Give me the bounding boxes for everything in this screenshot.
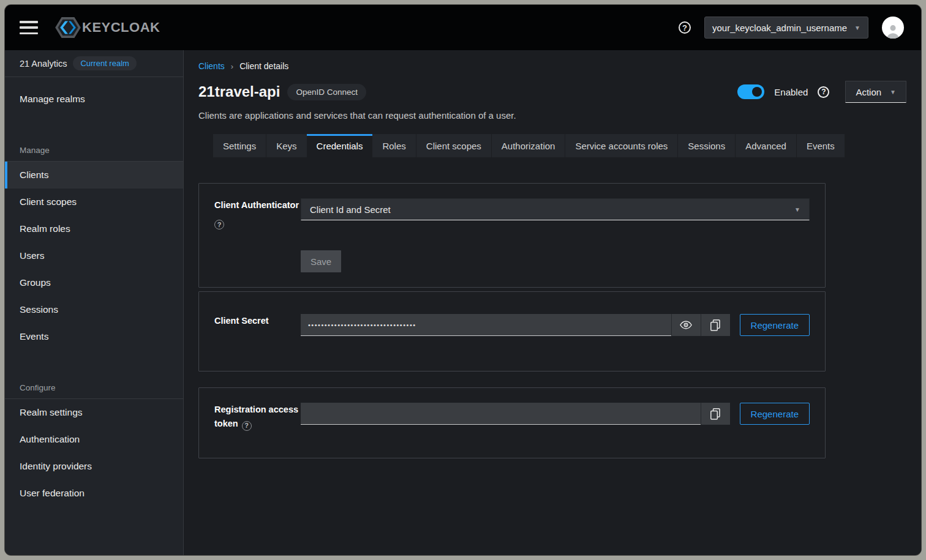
- credentials-panel: Client Authenticator ? Client Id and Sec…: [184, 157, 921, 555]
- client-secret-card: Client Secret: [198, 291, 826, 371]
- menu-icon[interactable]: [20, 21, 38, 34]
- sidebar-item-authentication[interactable]: Authentication: [5, 426, 183, 453]
- enabled-help-icon[interactable]: ?: [818, 86, 829, 98]
- help-icon[interactable]: ?: [679, 21, 691, 34]
- sidebar-item-client-scopes[interactable]: Client scopes: [5, 189, 183, 215]
- tab-client-scopes[interactable]: Client scopes: [416, 134, 491, 157]
- sidebar-item-realm-settings[interactable]: Realm settings: [5, 399, 183, 426]
- breadcrumb-clients-link[interactable]: Clients: [198, 61, 225, 71]
- tab-sessions[interactable]: Sessions: [677, 134, 735, 157]
- enabled-label: Enabled: [774, 87, 808, 97]
- avatar[interactable]: [882, 17, 904, 39]
- client-secret-input[interactable]: [301, 314, 671, 336]
- username-label: your_keycloak_admin_username: [712, 23, 847, 33]
- action-dropdown-button[interactable]: Action ▼: [845, 81, 906, 103]
- current-realm-badge: Current realm: [73, 56, 136, 70]
- page-title: 21travel-api: [198, 83, 280, 100]
- enabled-toggle[interactable]: [737, 84, 764, 99]
- chevron-down-icon: ▼: [854, 24, 860, 31]
- chevron-down-icon: ▼: [890, 89, 896, 95]
- tab-advanced[interactable]: Advanced: [735, 134, 796, 157]
- tab-bar: Settings Keys Credentials Roles Client s…: [213, 134, 906, 157]
- realm-selector[interactable]: 21 Analytics Current realm: [5, 50, 183, 77]
- registration-token-card: Registration access token?: [198, 387, 826, 458]
- protocol-badge: OpenID Connect: [287, 84, 366, 100]
- client-authenticator-help-icon[interactable]: ?: [214, 220, 224, 230]
- masthead: KEYCLOAK ? your_keycloak_admin_username …: [5, 5, 921, 50]
- show-secret-button[interactable]: [671, 314, 701, 336]
- save-button[interactable]: Save: [301, 250, 341, 272]
- tab-authorization[interactable]: Authorization: [491, 134, 565, 157]
- sidebar-section-manage: Manage: [5, 133, 183, 161]
- tab-service-accounts-roles[interactable]: Service accounts roles: [565, 134, 677, 157]
- app-window: KEYCLOAK ? your_keycloak_admin_username …: [5, 5, 921, 555]
- action-label: Action: [856, 87, 881, 97]
- chevron-right-icon: ›: [231, 62, 233, 71]
- registration-token-help-icon[interactable]: ?: [242, 421, 252, 431]
- user-menu-dropdown[interactable]: your_keycloak_admin_username ▼: [704, 17, 868, 39]
- page-description: Clients are applications and services th…: [198, 110, 906, 121]
- sidebar-item-sessions[interactable]: Sessions: [5, 296, 183, 323]
- client-authenticator-value: Client Id and Secret: [310, 204, 391, 215]
- sidebar-section-configure: Configure: [5, 371, 183, 398]
- client-authenticator-card: Client Authenticator ? Client Id and Sec…: [198, 183, 826, 288]
- copy-icon: [710, 408, 720, 420]
- brand-text: KEYCLOAK: [82, 20, 160, 35]
- sidebar-item-user-federation[interactable]: User federation: [5, 480, 183, 507]
- tab-roles[interactable]: Roles: [372, 134, 415, 157]
- tab-credentials[interactable]: Credentials: [307, 134, 373, 157]
- sidebar-item-groups[interactable]: Groups: [5, 269, 183, 296]
- sidebar-item-realm-roles[interactable]: Realm roles: [5, 215, 183, 242]
- main-content: Clients › Client details 21travel-api Op…: [184, 50, 921, 555]
- client-secret-label: Client Secret: [214, 314, 301, 328]
- sidebar-item-identity-providers[interactable]: Identity providers: [5, 453, 183, 480]
- keycloak-logo-icon: [55, 17, 81, 39]
- keycloak-logo: KEYCLOAK: [55, 17, 160, 39]
- copy-icon: [710, 319, 720, 331]
- person-icon: [885, 23, 901, 39]
- client-authenticator-label: Client Authenticator: [214, 198, 301, 212]
- copy-token-button[interactable]: [701, 403, 730, 425]
- client-authenticator-select[interactable]: Client Id and Secret ▼: [301, 198, 810, 220]
- sidebar-item-users[interactable]: Users: [5, 242, 183, 269]
- sidebar-item-clients[interactable]: Clients: [5, 162, 183, 189]
- tab-keys[interactable]: Keys: [266, 134, 306, 157]
- chevron-down-icon: ▼: [794, 206, 800, 213]
- breadcrumb: Clients › Client details: [198, 61, 906, 71]
- copy-secret-button[interactable]: [701, 314, 730, 336]
- breadcrumb-current: Client details: [239, 61, 288, 71]
- sidebar-item-events[interactable]: Events: [5, 323, 183, 350]
- regenerate-token-button[interactable]: Regenerate: [740, 403, 810, 425]
- registration-token-input[interactable]: [301, 403, 701, 425]
- tab-settings[interactable]: Settings: [213, 134, 266, 157]
- sidebar-item-manage-realms[interactable]: Manage realms: [5, 86, 183, 113]
- eye-icon: [680, 321, 692, 329]
- tab-events[interactable]: Events: [796, 134, 845, 157]
- sidebar: 21 Analytics Current realm Manage realms…: [5, 50, 184, 555]
- regenerate-secret-button[interactable]: Regenerate: [740, 314, 810, 336]
- registration-token-label: Registration access token?: [214, 403, 301, 431]
- realm-name: 21 Analytics: [20, 59, 67, 69]
